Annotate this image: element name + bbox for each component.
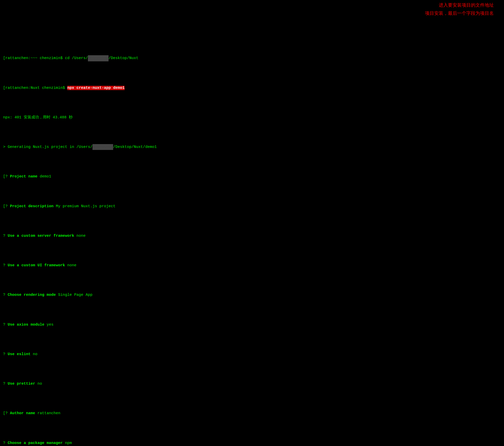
terminal-line-6: [? Project description My premium Nuxt.j… xyxy=(3,203,501,209)
terminal-line-14: ? Choose a package manager npm xyxy=(3,440,501,446)
terminal-line-3: npx: 401 安装成功，用时 43.488 秒 xyxy=(3,115,501,120)
annotation-cd: 进入要安装项目的文件地址 xyxy=(439,2,494,9)
annotation-npx: 项目安装，最后一个字段为项目名 xyxy=(425,10,494,17)
terminal-line-13: [? Author name rattanchen xyxy=(3,410,501,416)
terminal-line-8: ? Use a custom UI framework none xyxy=(3,262,501,268)
terminal-line-2: [rattanchen:Nuxt chenzimin$ npx create-n… xyxy=(3,85,501,91)
terminal-line-12: ? Use prettier no xyxy=(3,381,501,387)
terminal-line-1: [rattanchen:~~~ chenzimin$ cd /Users/che… xyxy=(3,55,501,61)
terminal-window: 进入要安装项目的文件地址 项目安装，最后一个字段为项目名 [rattanchen… xyxy=(0,0,504,446)
terminal-line-7: ? Use a custom server framework none xyxy=(3,233,501,239)
terminal-line-4: > Generating Nuxt.js project in /Users/c… xyxy=(3,144,501,150)
terminal-line-5: [? Project name demo1 xyxy=(3,174,501,179)
terminal-line-11: ? Use eslint no xyxy=(3,351,501,357)
terminal-line-10: ? Use axios module yes xyxy=(3,322,501,328)
terminal-line-9: ? Choose rendering mode Single Page App xyxy=(3,292,501,298)
